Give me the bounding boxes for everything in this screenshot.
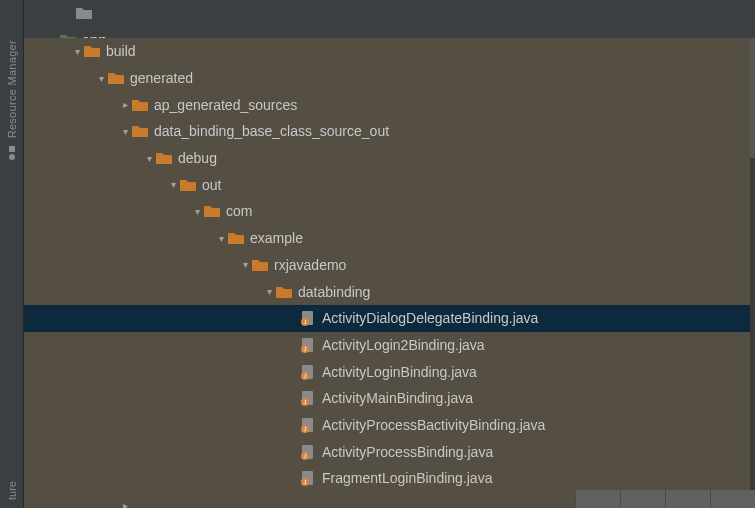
tree-label: ActivityProcessBactivityBinding.java xyxy=(322,417,545,433)
tree-label: FragmentLoginBinding.java xyxy=(322,470,492,486)
java-file-icon: J xyxy=(300,310,316,326)
svg-text:J: J xyxy=(304,319,307,325)
folder-icon xyxy=(76,6,92,20)
chevron-down-icon[interactable]: ▾ xyxy=(216,233,226,244)
tree-row-com[interactable]: ▾ com xyxy=(24,198,750,225)
tree-label: example xyxy=(250,230,303,246)
tree-label: ActivityDialogDelegateBinding.java xyxy=(322,310,538,326)
chevron-down-icon[interactable]: ▾ xyxy=(72,46,82,57)
tree-row-file[interactable]: J FragmentLoginBinding.java xyxy=(24,465,750,492)
folder-icon xyxy=(156,151,172,165)
tree-row-file[interactable]: J ActivityMainBinding.java xyxy=(24,385,750,412)
java-file-icon: J xyxy=(300,470,316,486)
tree-row-databinding[interactable]: ▾ databinding xyxy=(24,278,750,305)
tree-row-file[interactable]: J ActivityDialogDelegateBinding.java xyxy=(24,305,750,332)
svg-text:J: J xyxy=(304,399,307,405)
folder-icon xyxy=(132,98,148,112)
tree-label: com xyxy=(226,203,252,219)
java-file-icon: J xyxy=(300,390,316,406)
java-file-icon: J xyxy=(300,417,316,433)
java-file-icon: J xyxy=(300,364,316,380)
svg-text:J: J xyxy=(304,373,307,379)
tree-label: ap_generated_sources xyxy=(154,97,297,113)
svg-text:J: J xyxy=(304,479,307,485)
chevron-down-icon[interactable]: ▾ xyxy=(96,73,106,84)
resource-manager-icon xyxy=(9,146,15,160)
structure-tab[interactable]: ture xyxy=(6,481,18,500)
resource-manager-tab[interactable]: Resource Manager xyxy=(6,40,18,138)
tree-row-file[interactable]: J ActivityLoginBinding.java xyxy=(24,358,750,385)
tree-label: debug xyxy=(178,150,217,166)
folder-icon xyxy=(252,258,268,272)
folder-icon xyxy=(180,178,196,192)
java-file-icon: J xyxy=(300,337,316,353)
tree-row-dbb[interactable]: ▾ data_binding_base_class_source_out xyxy=(24,118,750,145)
tree-label: rxjavademo xyxy=(274,257,346,273)
folder-icon xyxy=(108,71,124,85)
chevron-down-icon[interactable]: ▾ xyxy=(240,259,250,270)
tree-label: databinding xyxy=(298,284,370,300)
tree-row-file[interactable]: J ActivityProcessBactivityBinding.java xyxy=(24,412,750,439)
folder-icon xyxy=(276,285,292,299)
tree-row-out[interactable]: ▾ out xyxy=(24,171,750,198)
tree-label: build xyxy=(106,43,136,59)
tree-row-generated[interactable]: ▾ generated xyxy=(24,65,750,92)
svg-text:J: J xyxy=(304,346,307,352)
java-file-icon: J xyxy=(300,444,316,460)
chevron-down-icon[interactable]: ▾ xyxy=(120,126,130,137)
chevron-right-icon[interactable]: ▸ xyxy=(120,500,130,508)
svg-text:J: J xyxy=(304,453,307,459)
tree-label: ActivityProcessBinding.java xyxy=(322,444,493,460)
tree-highlighted-region: ▾ build ▾ generated ▸ ap_generated_sourc… xyxy=(24,38,750,508)
project-tree[interactable]: .idea ▾ app ▾ build ▾ generated ▸ xyxy=(24,0,755,508)
tree-label: data_binding_base_class_source_out xyxy=(154,123,389,139)
tree-label: ActivityMainBinding.java xyxy=(322,390,473,406)
bottom-status-strip xyxy=(575,490,755,508)
tree-row-build[interactable]: ▾ build xyxy=(24,38,750,65)
chevron-down-icon[interactable]: ▾ xyxy=(264,286,274,297)
folder-icon xyxy=(204,204,220,218)
folder-icon xyxy=(132,124,148,138)
tree-row-truncated[interactable]: .idea xyxy=(24,0,750,27)
chevron-down-icon[interactable]: ▾ xyxy=(144,153,154,164)
tree-label: ActivityLoginBinding.java xyxy=(322,364,477,380)
scrollbar-thumb[interactable] xyxy=(750,38,755,158)
tree-row-rxjavademo[interactable]: ▾ rxjavademo xyxy=(24,252,750,279)
chevron-right-icon[interactable]: ▸ xyxy=(120,99,130,110)
svg-text:J: J xyxy=(304,426,307,432)
tree-label: out xyxy=(202,177,221,193)
chevron-down-icon[interactable]: ▾ xyxy=(192,206,202,217)
tree-row-debug[interactable]: ▾ debug xyxy=(24,145,750,172)
chevron-down-icon[interactable]: ▾ xyxy=(168,179,178,190)
folder-icon xyxy=(84,44,100,58)
tree-label: ActivityLogin2Binding.java xyxy=(322,337,485,353)
tree-row-file[interactable]: J ActivityProcessBinding.java xyxy=(24,438,750,465)
tree-row-ap-gen[interactable]: ▸ ap_generated_sources xyxy=(24,91,750,118)
tree-label: generated xyxy=(130,70,193,86)
tool-window-sidebar: Resource Manager ture xyxy=(0,0,24,508)
tree-row-example[interactable]: ▾ example xyxy=(24,225,750,252)
tree-row-file[interactable]: J ActivityLogin2Binding.java xyxy=(24,332,750,359)
vertical-scrollbar[interactable] xyxy=(750,38,755,508)
folder-icon xyxy=(228,231,244,245)
